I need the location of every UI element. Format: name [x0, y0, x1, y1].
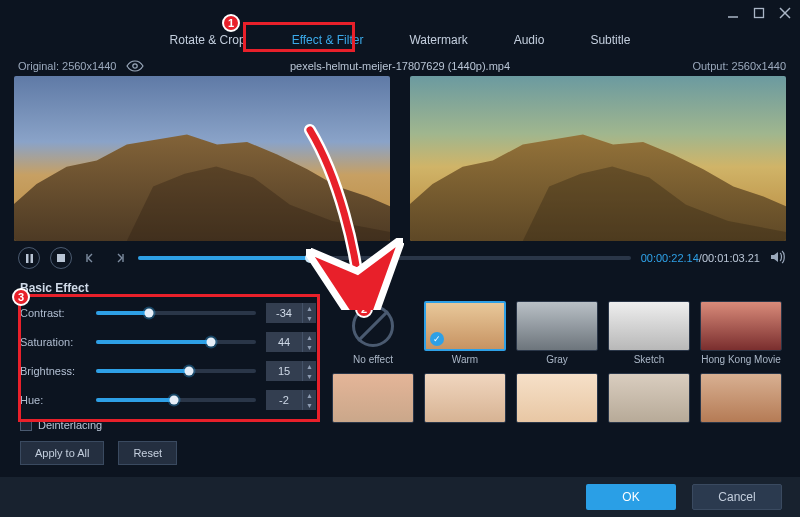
filter-warm[interactable]: ✓ Warm	[424, 301, 506, 365]
filters-title: Filters	[334, 281, 782, 295]
time-display: 00:00:22.14/00:01:03.21	[641, 252, 760, 264]
tab-rotate-crop[interactable]: Rotate & Crop	[166, 33, 250, 47]
progress-knob[interactable]	[305, 253, 315, 263]
contrast-row: Contrast: -34 ▲▼	[20, 303, 316, 323]
saturation-spinner[interactable]: 44 ▲▼	[266, 332, 316, 352]
chevron-down-icon[interactable]: ▼	[303, 313, 316, 323]
original-resolution-label: Original: 2560x1440	[18, 60, 116, 72]
brightness-row: Brightness: 15 ▲▼	[20, 361, 316, 381]
contrast-label: Contrast:	[20, 307, 86, 319]
svg-rect-6	[30, 254, 33, 263]
chevron-down-icon[interactable]: ▼	[303, 400, 316, 410]
hue-label: Hue:	[20, 394, 86, 406]
filter-label: Gray	[516, 354, 598, 365]
svg-rect-1	[755, 9, 764, 18]
tab-bar: Rotate & Crop Effect & Filter Watermark …	[0, 26, 800, 54]
basic-effect-panel: Basic Effect Contrast: -34 ▲▼ Saturation…	[14, 277, 322, 469]
brightness-label: Brightness:	[20, 365, 86, 377]
chevron-up-icon[interactable]: ▲	[303, 390, 316, 400]
filter-no-effect[interactable]: No effect	[332, 301, 414, 365]
no-effect-icon	[352, 305, 394, 347]
pause-button[interactable]	[18, 247, 40, 269]
saturation-label: Saturation:	[20, 336, 86, 348]
ok-button[interactable]: OK	[586, 484, 676, 510]
tab-effect-filter[interactable]: Effect & Filter	[288, 33, 368, 47]
contrast-slider[interactable]	[96, 311, 256, 315]
output-resolution-label: Output: 2560x1440	[692, 60, 786, 72]
apply-to-all-button[interactable]: Apply to All	[20, 441, 104, 465]
basic-effect-title: Basic Effect	[20, 281, 316, 295]
lower-panels: Basic Effect Contrast: -34 ▲▼ Saturation…	[0, 277, 800, 469]
progress-fill	[138, 256, 310, 260]
chevron-down-icon[interactable]: ▼	[303, 371, 316, 381]
footer: OK Cancel	[0, 477, 800, 517]
deinterlacing-label: Deinterlacing	[38, 419, 102, 431]
chevron-up-icon[interactable]: ▲	[303, 303, 316, 313]
chevron-up-icon[interactable]: ▲	[303, 332, 316, 342]
saturation-row: Saturation: 44 ▲▼	[20, 332, 316, 352]
eye-icon[interactable]	[126, 60, 144, 72]
preview-original	[14, 76, 390, 241]
minimize-icon[interactable]	[726, 6, 740, 20]
filter-item[interactable]	[608, 373, 690, 423]
prev-frame-button[interactable]	[82, 249, 100, 267]
close-icon[interactable]	[778, 6, 792, 20]
filter-hong-kong-movie[interactable]: Hong Kong Movie	[700, 301, 782, 365]
filter-item[interactable]	[516, 373, 598, 423]
contrast-value: -34	[266, 307, 302, 319]
chevron-down-icon[interactable]: ▼	[303, 342, 316, 352]
maximize-icon[interactable]	[752, 6, 766, 20]
filter-label: No effect	[332, 354, 414, 365]
next-frame-button[interactable]	[110, 249, 128, 267]
progress-bar[interactable]	[138, 256, 631, 260]
tab-audio[interactable]: Audio	[510, 33, 549, 47]
chevron-up-icon[interactable]: ▲	[303, 361, 316, 371]
svg-rect-5	[26, 254, 29, 263]
hue-slider[interactable]	[96, 398, 256, 402]
hue-spinner[interactable]: -2 ▲▼	[266, 390, 316, 410]
filter-item[interactable]	[332, 373, 414, 423]
titlebar	[0, 0, 800, 26]
volume-icon[interactable]	[770, 250, 786, 267]
brightness-value: 15	[266, 365, 302, 377]
deinterlacing-row[interactable]: Deinterlacing	[20, 419, 316, 431]
filter-label: Sketch	[608, 354, 690, 365]
svg-rect-7	[57, 254, 65, 262]
filter-gray[interactable]: Gray	[516, 301, 598, 365]
svg-point-4	[133, 64, 137, 68]
filter-sketch[interactable]: Sketch	[608, 301, 690, 365]
current-time: 00:00:22.14	[641, 252, 699, 264]
hue-value: -2	[266, 394, 302, 406]
filter-item[interactable]	[700, 373, 782, 423]
saturation-value: 44	[266, 336, 302, 348]
filter-label: Hong Kong Movie	[700, 354, 782, 365]
brightness-spinner[interactable]: 15 ▲▼	[266, 361, 316, 381]
filters-panel: Filters No effect ✓ Warm Gray	[322, 277, 786, 469]
preview-area	[0, 76, 800, 241]
saturation-slider[interactable]	[96, 340, 256, 344]
check-icon: ✓	[430, 332, 444, 346]
player-controls: 00:00:22.14/00:01:03.21	[0, 241, 800, 275]
deinterlacing-checkbox[interactable]	[20, 419, 32, 431]
contrast-spinner[interactable]: -34 ▲▼	[266, 303, 316, 323]
reset-button[interactable]: Reset	[118, 441, 177, 465]
preview-output	[410, 76, 786, 241]
hue-row: Hue: -2 ▲▼	[20, 390, 316, 410]
tab-subtitle[interactable]: Subtitle	[586, 33, 634, 47]
total-time: 00:01:03.21	[702, 252, 760, 264]
stop-button[interactable]	[50, 247, 72, 269]
tab-watermark[interactable]: Watermark	[405, 33, 471, 47]
filter-item[interactable]	[424, 373, 506, 423]
cancel-button[interactable]: Cancel	[692, 484, 782, 510]
info-row: Original: 2560x1440 pexels-helmut-meijer…	[0, 54, 800, 76]
filename-label: pexels-helmut-meijer-17807629 (1440p).mp…	[290, 60, 510, 72]
filter-label: Warm	[424, 354, 506, 365]
brightness-slider[interactable]	[96, 369, 256, 373]
